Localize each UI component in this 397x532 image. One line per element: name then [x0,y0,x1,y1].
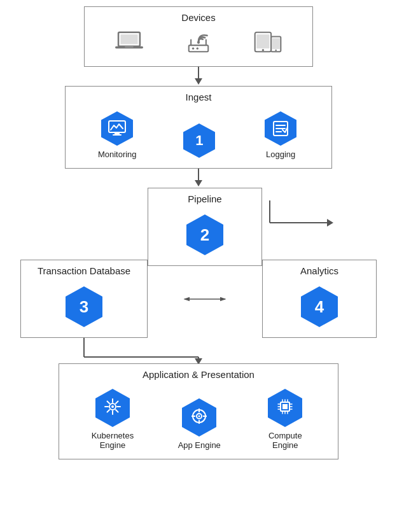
app-icons-row: KubernetesEngine [69,388,328,450]
pipeline-number: 2 [200,225,209,244]
svg-rect-21 [113,134,122,136]
svg-rect-14 [272,38,279,49]
svg-point-12 [261,49,263,51]
pipeline-analytics-row: Pipeline 2 [20,188,377,266]
kubernetes-label: KubernetesEngine [92,431,134,450]
logging-wrap: Logging [262,110,299,159]
monitoring-label: Monitoring [98,150,137,159]
monitoring-hex [99,110,136,147]
logging-hex [262,110,299,147]
transaction-db-title: Transaction Database [38,265,130,276]
svg-point-57 [198,416,200,417]
devices-title: Devices [181,12,215,23]
kubernetes-hex [92,388,133,428]
number1-hex: 1 [181,122,218,159]
svg-rect-1 [121,34,138,44]
architecture-diagram: Devices [14,6,383,459]
svg-marker-37 [220,297,226,300]
svg-line-53 [107,410,109,412]
analytics-hex: 4 [298,285,341,328]
kubernetes-wrap: KubernetesEngine [92,388,134,450]
pipeline-hex-wrap: 2 [183,213,226,256]
svg-line-51 [116,410,118,412]
pipeline-down-arrow [20,338,377,363]
ingest-title: Ingest [186,92,212,102]
svg-point-4 [197,41,200,44]
analytics-title: Analytics [300,265,338,276]
compute-engine-label: ComputeEngine [268,431,302,450]
pipeline-hex: 2 [183,213,226,256]
bidirectional-arrow [148,291,262,307]
svg-line-50 [107,402,109,404]
laptop-icon [115,28,143,59]
analytics-number: 4 [315,297,324,316]
middle-section: Transaction Database 3 [20,260,377,338]
pipeline-box: Pipeline 2 [148,188,262,266]
svg-marker-17 [195,78,202,85]
ingest-box: Ingest [65,86,332,169]
logging-label: Logging [266,150,295,159]
ingest-icons-row: Monitoring 1 [76,110,321,159]
analytics-hex-wrap: 4 [298,285,341,328]
trans-db-hex-wrap: 3 [62,285,106,328]
arrow-devices-to-ingest [192,67,205,86]
analytics-section: Analytics 4 [262,260,377,338]
arrow-ingest-to-pipeline [192,169,205,188]
transaction-db-box: Transaction Database 3 [20,260,148,338]
number1-label: 1 [195,132,203,149]
monitoring-wrap: Monitoring [98,110,137,159]
compute-engine-wrap: ComputeEngine [265,388,305,450]
compute-engine-hex [265,388,305,428]
app-presentation-title: Application & Presentation [143,369,254,380]
trans-db-hex: 3 [62,285,106,328]
svg-point-6 [192,47,194,49]
svg-rect-20 [115,132,120,134]
trans-db-section: Transaction Database 3 [20,260,148,338]
app-engine-wrap: App Engine [178,397,221,450]
svg-rect-64 [282,404,288,409]
devices-icon-row [95,28,302,59]
router-icon [185,28,212,59]
app-engine-label: App Engine [178,440,221,450]
trans-db-number: 3 [80,297,88,316]
svg-point-15 [275,50,277,52]
svg-line-52 [116,402,118,404]
app-presentation-box: Application & Presentation [59,363,338,459]
app-engine-hex [179,397,219,438]
svg-marker-29 [195,180,202,186]
svg-point-45 [111,405,114,408]
svg-rect-3 [125,46,134,48]
analytics-box: Analytics 4 [262,260,377,338]
svg-rect-11 [256,34,269,48]
svg-point-7 [197,47,198,49]
svg-marker-33 [327,219,333,227]
pipeline-title: Pipeline [188,193,221,204]
pipeline-to-analytics-arrow [267,200,344,245]
number1-wrap: 1 [181,122,218,159]
mobile-tablet-icon [254,28,282,59]
svg-marker-42 [195,358,202,363]
devices-box: Devices [84,6,313,67]
connector-to-app [20,338,377,363]
